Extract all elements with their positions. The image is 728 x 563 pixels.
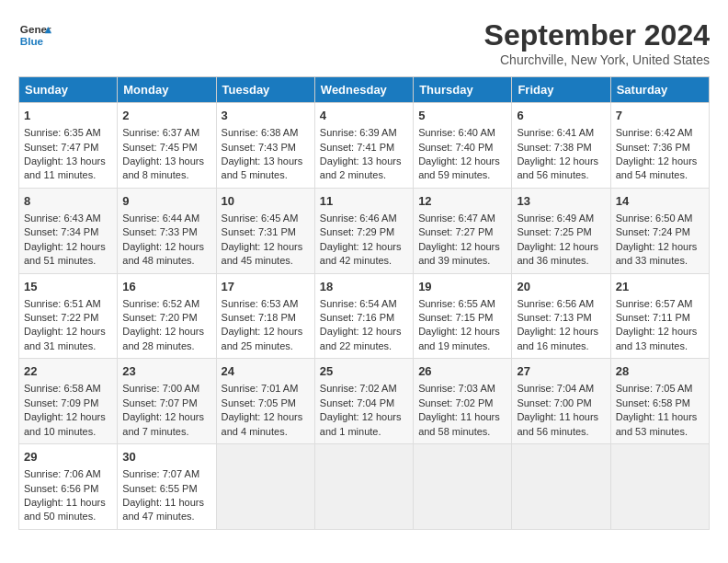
sunset-text: Sunset: 7:13 PM (517, 312, 591, 323)
day-number: 22 (24, 363, 112, 380)
logo: General Blue (18, 18, 51, 52)
day-number: 20 (517, 279, 605, 295)
day-number: 1 (24, 108, 112, 124)
sunrise-text: Sunrise: 6:39 AM (320, 127, 397, 138)
sunset-text: Sunset: 7:11 PM (616, 312, 690, 323)
daylight-label: Daylight: 12 hours and 28 minutes. (122, 326, 204, 350)
day-number: 7 (616, 108, 704, 124)
calendar-cell: 21Sunrise: 6:57 AMSunset: 7:11 PMDayligh… (610, 273, 709, 359)
sunset-text: Sunset: 6:55 PM (122, 483, 197, 494)
calendar-cell: 6Sunrise: 6:41 AMSunset: 7:38 PMDaylight… (512, 103, 610, 189)
daylight-label: Daylight: 11 hours and 47 minutes. (122, 497, 204, 522)
sunrise-text: Sunrise: 6:58 AM (24, 383, 101, 394)
calendar-cell: 2Sunrise: 6:37 AMSunset: 7:45 PMDaylight… (118, 103, 216, 189)
sunset-text: Sunset: 7:16 PM (320, 312, 394, 323)
month-title: September 2024 (484, 18, 710, 52)
sunset-text: Sunset: 7:34 PM (24, 226, 98, 237)
svg-text:Blue: Blue (20, 35, 44, 47)
calendar-cell: 12Sunrise: 6:47 AMSunset: 7:27 PMDayligh… (414, 188, 512, 273)
sunset-text: Sunset: 7:31 PM (222, 226, 296, 237)
daylight-label: Daylight: 13 hours and 2 minutes. (320, 155, 402, 180)
calendar-cell: 15Sunrise: 6:51 AMSunset: 7:22 PMDayligh… (19, 273, 118, 359)
sunset-text: Sunset: 7:47 PM (24, 142, 98, 153)
calendar-cell: 30Sunrise: 7:07 AMSunset: 6:55 PMDayligh… (118, 444, 216, 530)
calendar-cell: 23Sunrise: 7:00 AMSunset: 7:07 PMDayligh… (118, 359, 216, 444)
day-number: 13 (517, 193, 605, 210)
calendar-week-row: 22Sunrise: 6:58 AMSunset: 7:09 PMDayligh… (19, 359, 710, 444)
daylight-label: Daylight: 11 hours and 50 minutes. (24, 497, 106, 522)
calendar-cell: 25Sunrise: 7:02 AMSunset: 7:04 PMDayligh… (314, 359, 413, 444)
col-header-monday: Monday (118, 77, 216, 103)
sunset-text: Sunset: 7:15 PM (418, 312, 493, 323)
sunset-text: Sunset: 7:27 PM (418, 226, 493, 237)
col-header-thursday: Thursday (414, 77, 512, 103)
day-number: 4 (320, 108, 408, 124)
day-number: 28 (616, 363, 704, 380)
daylight-label: Daylight: 12 hours and 42 minutes. (320, 241, 402, 266)
col-header-saturday: Saturday (610, 77, 709, 103)
calendar-cell (512, 444, 610, 530)
calendar-cell: 4Sunrise: 6:39 AMSunset: 7:41 PMDaylight… (314, 103, 413, 189)
sunset-text: Sunset: 7:09 PM (24, 397, 98, 408)
calendar-week-row: 1Sunrise: 6:35 AMSunset: 7:47 PMDaylight… (19, 103, 710, 189)
sunrise-text: Sunrise: 6:40 AM (418, 127, 495, 138)
page-header: General Blue September 2024 Churchville,… (18, 18, 710, 67)
daylight-label: Daylight: 12 hours and 19 minutes. (418, 326, 500, 350)
sunrise-text: Sunrise: 7:06 AM (24, 468, 101, 479)
svg-text:General: General (20, 23, 51, 35)
sunrise-text: Sunrise: 6:35 AM (24, 127, 101, 138)
day-number: 8 (24, 193, 112, 210)
daylight-label: Daylight: 12 hours and 31 minutes. (24, 326, 106, 350)
sunset-text: Sunset: 7:18 PM (222, 312, 296, 323)
sunset-text: Sunset: 7:22 PM (24, 312, 98, 323)
col-header-wednesday: Wednesday (314, 77, 413, 103)
daylight-label: Daylight: 12 hours and 56 minutes. (517, 155, 598, 180)
sunrise-text: Sunrise: 6:55 AM (418, 298, 495, 309)
calendar-cell: 28Sunrise: 7:05 AMSunset: 6:58 PMDayligh… (610, 359, 709, 444)
day-number: 12 (418, 193, 506, 210)
calendar-week-row: 8Sunrise: 6:43 AMSunset: 7:34 PMDaylight… (19, 188, 710, 273)
sunrise-text: Sunrise: 6:57 AM (616, 298, 693, 309)
daylight-label: Daylight: 12 hours and 45 minutes. (222, 241, 303, 266)
calendar-cell: 9Sunrise: 6:44 AMSunset: 7:33 PMDaylight… (118, 188, 216, 273)
day-number: 6 (517, 108, 605, 124)
daylight-label: Daylight: 12 hours and 10 minutes. (24, 411, 106, 436)
calendar-cell (414, 444, 512, 530)
sunset-text: Sunset: 7:04 PM (320, 397, 394, 408)
calendar-cell (314, 444, 413, 530)
sunrise-text: Sunrise: 7:05 AM (616, 383, 693, 394)
day-number: 18 (320, 279, 408, 295)
sunrise-text: Sunrise: 6:43 AM (24, 213, 101, 224)
calendar-table: SundayMondayTuesdayWednesdayThursdayFrid… (18, 76, 710, 530)
day-number: 15 (24, 279, 112, 295)
sunrise-text: Sunrise: 6:49 AM (517, 213, 594, 224)
daylight-label: Daylight: 12 hours and 39 minutes. (418, 241, 500, 266)
sunrise-text: Sunrise: 6:56 AM (517, 298, 594, 309)
daylight-label: Daylight: 12 hours and 4 minutes. (222, 411, 303, 436)
daylight-label: Daylight: 12 hours and 7 minutes. (122, 411, 204, 436)
sunrise-text: Sunrise: 7:00 AM (122, 383, 199, 394)
daylight-label: Daylight: 13 hours and 5 minutes. (222, 155, 303, 180)
daylight-label: Daylight: 12 hours and 54 minutes. (616, 155, 698, 180)
sunset-text: Sunset: 7:45 PM (122, 142, 197, 153)
daylight-label: Daylight: 11 hours and 58 minutes. (418, 411, 500, 436)
sunset-text: Sunset: 6:58 PM (616, 397, 690, 408)
sunset-text: Sunset: 7:41 PM (320, 142, 394, 153)
day-number: 5 (418, 108, 506, 124)
day-number: 21 (616, 279, 704, 295)
calendar-cell: 8Sunrise: 6:43 AMSunset: 7:34 PMDaylight… (19, 188, 118, 273)
sunset-text: Sunset: 6:56 PM (24, 483, 98, 494)
day-number: 17 (222, 279, 310, 295)
calendar-cell: 18Sunrise: 6:54 AMSunset: 7:16 PMDayligh… (314, 273, 413, 359)
daylight-label: Daylight: 12 hours and 59 minutes. (418, 155, 500, 180)
calendar-cell: 13Sunrise: 6:49 AMSunset: 7:25 PMDayligh… (512, 188, 610, 273)
col-header-tuesday: Tuesday (216, 77, 314, 103)
sunrise-text: Sunrise: 7:01 AM (222, 383, 299, 394)
sunrise-text: Sunrise: 6:42 AM (616, 127, 693, 138)
daylight-label: Daylight: 12 hours and 33 minutes. (616, 241, 698, 266)
calendar-header-row: SundayMondayTuesdayWednesdayThursdayFrid… (19, 77, 710, 103)
calendar-cell: 17Sunrise: 6:53 AMSunset: 7:18 PMDayligh… (216, 273, 314, 359)
sunrise-text: Sunrise: 7:04 AM (517, 383, 594, 394)
calendar-cell: 1Sunrise: 6:35 AMSunset: 7:47 PMDaylight… (19, 103, 118, 189)
daylight-label: Daylight: 12 hours and 48 minutes. (122, 241, 204, 266)
